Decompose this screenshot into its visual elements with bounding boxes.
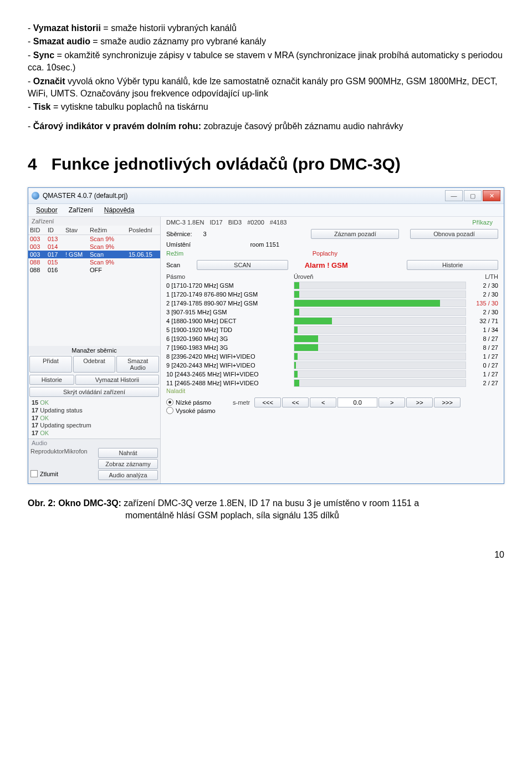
tune-label: Naladit — [161, 387, 504, 395]
status-line: 17 Updating status — [32, 407, 157, 415]
app-window: QMASTER 4.0.7 (default.prj) — ▢ ✕ Soubor… — [28, 187, 504, 484]
restore-background-button[interactable]: Obnova pozadí — [410, 229, 498, 239]
band-row: 6 [1920-1960 MHz] 3G8 / 27 — [161, 334, 504, 343]
col-stav: Stav — [64, 226, 88, 234]
col-lth: L/TH — [466, 273, 498, 280]
device-row[interactable]: 003013Scan 9% — [28, 235, 160, 243]
status-log: 15 OK17 Updating status17 OK17 Updating … — [28, 398, 160, 439]
low-band-radio[interactable]: Nízké pásmo — [166, 399, 222, 406]
intro-text: - Vymazat historii = smaže historii vybr… — [28, 22, 504, 132]
smeter-label: s-metr — [233, 399, 250, 406]
band-row: 8 [2396-2420 MHz] WIFI+VIDEO1 / 27 — [161, 352, 504, 361]
add-button[interactable]: Přidat — [29, 356, 72, 373]
alarms-label: Poplachy — [313, 250, 337, 257]
page-number: 10 — [28, 550, 504, 560]
bus-key: Sběrnice: — [166, 231, 192, 237]
record-button[interactable]: Nahrát — [98, 448, 158, 458]
device-row[interactable]: 088015Scan 9% — [28, 258, 160, 266]
menu-napoveda[interactable]: Nápověda — [100, 205, 139, 215]
scan-label: Scan — [166, 262, 180, 268]
device-model: DMC-3 1.8EN — [166, 219, 204, 226]
band-row: 3 [907-915 MHz] GSM2 / 30 — [161, 308, 504, 317]
device-row[interactable]: 003017! GSMScan15.06.15 — [28, 251, 160, 258]
location-key: Umístění — [166, 241, 191, 248]
band-row: 7 [1960-1983 MHz] 3G8 / 27 — [161, 343, 504, 352]
device-hash2: #4183 — [270, 219, 287, 226]
window-title: QMASTER 4.0.7 (default.prj) — [43, 192, 127, 200]
band-row: 2 [1749-1785 890-907 MHz] GSM135 / 30 — [161, 299, 504, 308]
smeter-l-button[interactable]: < — [310, 397, 336, 407]
band-row: 4 [1880-1900 MHz] DECT32 / 71 — [161, 317, 504, 325]
mute-checkbox[interactable]: Ztlumit — [30, 470, 97, 480]
clear-history-button[interactable]: Vymazat Historii — [75, 375, 159, 385]
close-button[interactable]: ✕ — [483, 190, 500, 201]
smeter-value: 0.0 — [337, 397, 377, 407]
device-bid: BID3 — [228, 219, 242, 226]
show-records-button[interactable]: Zobraz záznamy — [98, 459, 158, 469]
remove-button[interactable]: Odebrat — [73, 356, 116, 373]
minimize-button[interactable]: — — [445, 190, 463, 201]
col-id: ID — [46, 226, 64, 234]
status-line: 17 OK — [32, 430, 157, 437]
devices-label: Zařízení — [28, 217, 160, 226]
record-background-button[interactable]: Záznam pozadí — [311, 229, 399, 239]
high-band-radio[interactable]: Vysoké pásmo — [166, 407, 222, 414]
titlebar: QMASTER 4.0.7 (default.prj) — ▢ ✕ — [28, 188, 504, 204]
audio-label: Audio — [28, 439, 160, 447]
scan-button[interactable]: SCAN — [197, 260, 288, 270]
delete-audio-button[interactable]: Smazat Audio — [116, 356, 159, 373]
section-heading: 4Funkce jednotlivých ovládačů (pro DMC-3… — [28, 155, 504, 174]
alarm-text: Alarm ! GSM — [305, 261, 391, 269]
device-row[interactable]: 003014Scan 9% — [28, 243, 160, 251]
col-posledni: Poslední — [127, 226, 160, 234]
history-button[interactable]: Historie — [29, 375, 74, 385]
col-band: Pásmo — [166, 273, 294, 280]
location-value: room 1151 — [202, 241, 279, 248]
mode-label: Režim — [166, 250, 183, 257]
maximize-button[interactable]: ▢ — [464, 190, 482, 201]
hide-controls-button[interactable]: Skrýt ovládání zařízení — [29, 387, 159, 397]
app-icon — [32, 192, 39, 200]
audio-analysis-button[interactable]: Audio analýza — [98, 470, 158, 480]
device-id: ID17 — [209, 219, 222, 226]
device-row[interactable]: 088016OFF — [28, 266, 160, 274]
bus-value: 3 — [203, 231, 206, 237]
smeter-rrr-button[interactable]: >>> — [434, 397, 461, 407]
smeter-ll-button[interactable]: << — [282, 397, 309, 407]
band-row: 1 [1720-1749 876-890 MHz] GSM2 / 30 — [161, 290, 504, 299]
audio-repro-mic-label: ReproduktorMikrofon — [30, 448, 97, 458]
status-line: 15 OK — [32, 399, 157, 407]
smeter-r-button[interactable]: > — [378, 397, 405, 407]
band-row: 10 [2443-2465 MHz] WIFI+VIDEO1 / 27 — [161, 370, 504, 379]
device-hash1: #0200 — [247, 219, 264, 226]
col-rezim: Režim — [88, 226, 127, 234]
devices-table: BID ID Stav Režim Poslední 003013Scan 9%… — [28, 226, 160, 274]
menu-zarizeni[interactable]: Zařízení — [64, 205, 98, 215]
status-line: 17 Updating spectrum — [32, 422, 157, 430]
menubar: Soubor Zařízení Nápověda — [28, 204, 504, 217]
band-row: 0 [1710-1720 MHz] GSM2 / 30 — [161, 281, 504, 290]
menu-soubor[interactable]: Soubor — [32, 205, 62, 215]
history-right-button[interactable]: Historie — [407, 260, 498, 270]
commands-label: Příkazy — [467, 219, 498, 226]
smeter-rr-button[interactable]: >> — [406, 397, 433, 407]
band-row: 5 [1900-1920 MHz] TDD1 / 34 — [161, 325, 504, 334]
col-bid: BID — [28, 226, 46, 234]
status-line: 17 OK — [32, 415, 157, 422]
right-pane: DMC-3 1.8EN ID17 BID3 #0200 #4183 Příkaz… — [161, 217, 504, 483]
col-level: Úroveň — [294, 273, 466, 280]
band-row: 9 [2420-2443 MHz] WIFI+VIDEO0 / 27 — [161, 361, 504, 370]
bus-manager-label: Manažer sběrnic — [28, 346, 160, 355]
audio-panel: Audio ReproduktorMikrofon Nahrát Zobraz … — [28, 439, 160, 483]
band-row: 11 [2465-2488 MHz] WIFI+VIDEO2 / 27 — [161, 379, 504, 387]
left-pane: Zařízení BID ID Stav Režim Poslední 0030… — [28, 217, 161, 483]
figure-caption: Obr. 2: Okno DMC-3Q: zařízení DMC-3Q ver… — [28, 497, 504, 522]
smeter-lll-button[interactable]: <<< — [254, 397, 281, 407]
